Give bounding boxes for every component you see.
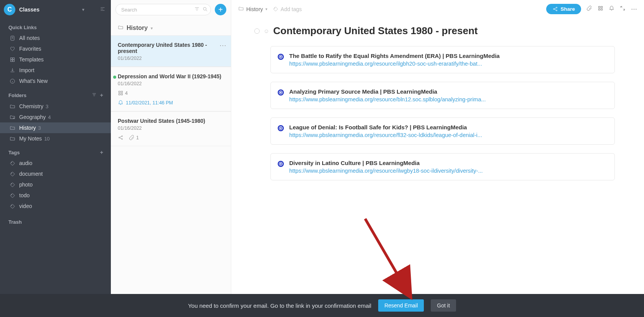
link-card[interactable]: Diversity in Latino Culture | PBS Learni…	[270, 153, 615, 180]
tag-icon	[8, 182, 16, 188]
link-url[interactable]: https://www.pbslearningmedia.org/resourc…	[289, 168, 483, 174]
add-tag-icon[interactable]: +	[100, 149, 103, 155]
breadcrumb-label: History	[246, 6, 263, 12]
note-date: 01/16/2022	[118, 81, 224, 86]
tag-icon	[8, 193, 16, 198]
sidebar-tag-audio[interactable]: audio	[0, 158, 111, 168]
confirm-email-banner: You need to confirm your email. Go to th…	[0, 294, 644, 317]
add-folder-icon[interactable]: +	[100, 92, 103, 98]
sidebar-item-templates[interactable]: Templates	[0, 54, 111, 65]
link-title: The Battle to Ratify the Equal Rights Am…	[289, 53, 500, 59]
checkbox-icon[interactable]	[254, 28, 260, 34]
import-icon	[8, 68, 16, 73]
sidebar-item-label: Chemistry	[19, 103, 43, 109]
resend-email-button[interactable]: Resend Email	[378, 299, 424, 312]
bell-icon[interactable]	[609, 5, 614, 13]
folder-count: 3	[38, 125, 41, 131]
link-url[interactable]: https://www.pbslearningmedia.org/resourc…	[289, 132, 482, 138]
filter-icon[interactable]	[194, 6, 200, 13]
main-content: History ▾ Add tags Share ⋯ ☺ Contempora	[231, 0, 644, 294]
heart-icon	[8, 46, 16, 52]
emoji-picker-icon[interactable]: ☺	[264, 28, 269, 34]
attachment-icon[interactable]	[586, 5, 592, 13]
link-card[interactable]: The Battle to Ratify the Equal Rights Am…	[270, 46, 615, 73]
folder-icon	[8, 136, 16, 142]
workspace-switcher[interactable]: C Classes ▾	[0, 0, 111, 19]
chevron-down-icon[interactable]: ▾	[151, 26, 153, 30]
link-url[interactable]: https://www.pbslearningmedia.org/resourc…	[289, 61, 496, 67]
sidebar-tag-todo[interactable]: todo	[0, 190, 111, 201]
svg-point-32	[119, 137, 120, 138]
sidebar-item-label: todo	[19, 192, 30, 198]
sidebar-tag-document[interactable]: document	[0, 168, 111, 179]
note-title: Contemporary United States 1980 - presen…	[118, 42, 224, 54]
note-title: Depression and World War II (1929-1945)	[118, 73, 224, 79]
sidebar-item-label: What's New	[19, 78, 48, 84]
task-count: 4	[118, 90, 128, 96]
chevron-down-icon[interactable]: ▾	[265, 7, 267, 11]
link-title: League of Denial: Is Football Safe for K…	[289, 124, 482, 130]
svg-line-26	[206, 10, 207, 11]
folder-icon	[118, 25, 124, 31]
sidebar-tag-video[interactable]: video	[0, 201, 111, 211]
link-title: Diversity in Latino Culture | PBS Learni…	[289, 160, 483, 166]
svg-point-25	[203, 7, 206, 10]
sidebar-folder-my-notes[interactable]: My Notes 10	[0, 133, 111, 144]
note-date: 01/16/2022	[118, 125, 224, 131]
sidebar-item-label: audio	[19, 160, 32, 166]
note-list-item[interactable]: Depression and World War II (1929-1945) …	[111, 67, 231, 111]
share-button[interactable]: Share	[546, 4, 581, 14]
sidebar-item-label: History	[19, 125, 36, 131]
sidebar-item-label: Templates	[19, 56, 44, 63]
note-list-item[interactable]: Postwar United States (1945-1980) 01/16/…	[111, 111, 231, 146]
link-title: Analyzing Primary Source Media | PBS Lea…	[289, 88, 486, 95]
more-icon[interactable]: ⋯	[631, 5, 637, 13]
folder-count: 10	[44, 136, 49, 142]
got-it-button[interactable]: Got it	[431, 299, 456, 312]
note-icon	[8, 35, 16, 41]
sidebar-item-favorites[interactable]: Favorites	[0, 43, 111, 54]
svg-rect-7	[13, 58, 14, 59]
grid-icon[interactable]	[598, 5, 603, 13]
workspace-name: Classes	[19, 7, 80, 13]
svg-rect-29	[121, 91, 123, 93]
more-icon[interactable]: ⋯	[219, 41, 226, 50]
sidebar-item-all-notes[interactable]: All notes	[0, 33, 111, 43]
sidebar-tag-photo[interactable]: photo	[0, 179, 111, 190]
link-url[interactable]: https://www.pbslearningmedia.org/resourc…	[289, 96, 486, 102]
sidebar-folder-geography[interactable]: Geography 4	[0, 112, 111, 122]
sidebar-folder-chemistry[interactable]: Chemistry 3	[0, 101, 111, 112]
folder-count: 3	[46, 104, 48, 109]
svg-point-33	[122, 136, 123, 137]
pbs-favicon-icon	[278, 161, 284, 167]
search-icon[interactable]	[202, 6, 208, 13]
sidebar-item-label: Import	[19, 67, 35, 73]
sort-icon[interactable]	[91, 92, 97, 99]
quick-links-heading: Quick Links	[0, 19, 111, 33]
tag-icon	[8, 203, 16, 209]
expand-icon[interactable]	[620, 5, 626, 13]
svg-rect-8	[10, 60, 12, 61]
new-note-button[interactable]: +	[215, 4, 226, 15]
main-breadcrumb[interactable]: History ▾	[238, 6, 267, 13]
note-list-item[interactable]: ⋯ Contemporary United States 1980 - pres…	[111, 35, 231, 67]
trash-link[interactable]: Trash	[0, 211, 111, 227]
sidebar-item-import[interactable]: Import	[0, 65, 111, 76]
add-tags-button[interactable]: Add tags	[273, 6, 302, 12]
sidebar-item-whats-new[interactable]: What's New	[0, 76, 111, 86]
sidebar-folder-history[interactable]: History 3	[0, 122, 111, 133]
link-card[interactable]: Analyzing Primary Source Media | PBS Lea…	[270, 82, 615, 109]
page-title[interactable]: Contemporary United States 1980 - presen…	[273, 25, 478, 37]
sidebar-item-label: photo	[19, 182, 33, 188]
note-title: Postwar United States (1945-1980)	[118, 118, 224, 124]
collapse-sidebar-icon[interactable]	[100, 6, 105, 14]
list-breadcrumb[interactable]: History ▾	[111, 19, 231, 35]
sidebar-item-label: video	[19, 203, 32, 209]
svg-point-34	[122, 139, 123, 140]
link-card[interactable]: League of Denial: Is Football Safe for K…	[270, 117, 615, 145]
chevron-down-icon[interactable]: ▾	[82, 7, 84, 12]
folder-icon	[238, 6, 244, 13]
sidebar-item-label: Geography	[19, 114, 46, 120]
sidebar-item-label: All notes	[19, 35, 40, 41]
pbs-favicon-icon	[278, 89, 284, 96]
